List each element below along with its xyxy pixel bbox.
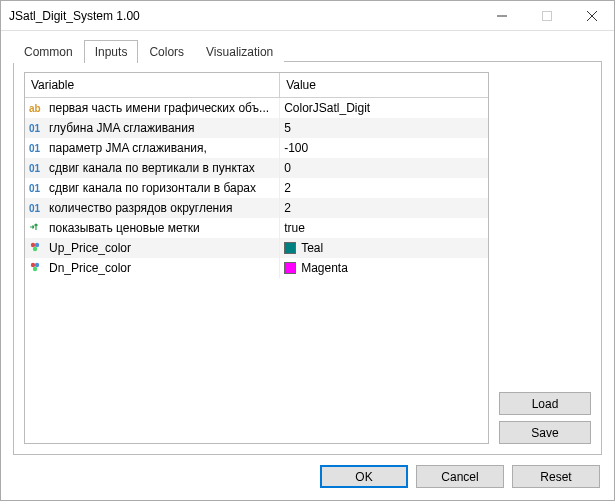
titlebar-buttons [479,1,614,30]
value-cell[interactable]: 2 [280,178,488,198]
ok-button[interactable]: OK [320,465,408,488]
variable-name: сдвиг канала по горизонтали в барах [49,181,256,195]
table-row[interactable]: 01сдвиг канала по горизонтали в барах2 [25,178,488,198]
svg-point-9 [33,267,37,271]
col-header-value[interactable]: Value [280,73,488,98]
variable-cell: abпервая часть имени графических объ... [25,98,280,119]
type-string-icon: ab [29,103,45,114]
type-color-icon [29,261,45,275]
table-row[interactable]: 01глубина JMA сглаживания5 [25,118,488,138]
value-text: 2 [284,181,291,195]
variable-cell: 01сдвиг канала по горизонтали в барах [25,178,280,198]
color-swatch-icon [284,262,296,274]
tab-visualization[interactable]: Visualization [195,40,284,63]
variable-name: сдвиг канала по вертикали в пунктах [49,161,255,175]
value-cell[interactable]: -100 [280,138,488,158]
load-button[interactable]: Load [499,392,591,415]
table-row[interactable]: Up_Price_colorTeal [25,238,488,258]
value-cell[interactable]: Teal [280,238,488,258]
value-text: 0 [284,161,291,175]
color-swatch-icon [284,242,296,254]
value-text: Magenta [301,261,348,275]
tab-underline [284,61,602,62]
tab-colors[interactable]: Colors [138,40,195,63]
col-header-variable[interactable]: Variable [25,73,280,98]
variable-cell: 01сдвиг канала по вертикали в пунктах [25,158,280,178]
tab-common[interactable]: Common [13,40,84,63]
maximize-button[interactable] [524,1,569,30]
value-text: Teal [301,241,323,255]
value-text: -100 [284,141,308,155]
variable-name: глубина JMA сглаживания [49,121,194,135]
value-text: true [284,221,305,235]
table-row[interactable]: 01сдвиг канала по вертикали в пунктах0 [25,158,488,178]
value-cell[interactable]: 0 [280,158,488,178]
titlebar: JSatl_Digit_System 1.00 [1,1,614,31]
variable-name: показывать ценовые метки [49,221,200,235]
value-text: ColorJSatl_Digit [284,101,370,115]
tab-strip: Common Inputs Colors Visualization [13,39,602,62]
table-row[interactable]: abпервая часть имени графических объ...C… [25,98,488,119]
save-button[interactable]: Save [499,421,591,444]
reset-button[interactable]: Reset [512,465,600,488]
window-title: JSatl_Digit_System 1.00 [9,9,479,23]
variable-name: количество разрядов округления [49,201,232,215]
table-row[interactable]: 01параметр JMA сглаживания,-100 [25,138,488,158]
type-int-icon: 01 [29,183,45,194]
svg-point-5 [35,243,39,247]
value-cell[interactable]: 2 [280,198,488,218]
svg-point-8 [35,263,39,267]
variable-cell: 01параметр JMA сглаживания, [25,138,280,158]
value-text: 5 [284,121,291,135]
inputs-table-wrap: Variable Value abпервая часть имени граф… [24,72,489,444]
variable-name: Up_Price_color [49,241,131,255]
minimize-button[interactable] [479,1,524,30]
svg-point-7 [31,263,35,267]
inputs-panel: Variable Value abпервая часть имени граф… [13,62,602,455]
variable-name: первая часть имени графических объ... [49,101,269,115]
dialog-window: JSatl_Digit_System 1.00 Common Inputs Co… [0,0,615,501]
type-bool-icon [29,221,45,235]
variable-cell: Up_Price_color [25,238,280,258]
value-text: 2 [284,201,291,215]
type-int-icon: 01 [29,203,45,214]
close-button[interactable] [569,1,614,30]
variable-cell: Dn_Price_color [25,258,280,278]
value-cell[interactable]: true [280,218,488,238]
type-color-icon [29,241,45,255]
type-int-icon: 01 [29,163,45,174]
variable-cell: 01глубина JMA сглаживания [25,118,280,138]
inputs-table: Variable Value abпервая часть имени граф… [25,73,488,278]
variable-name: параметр JMA сглаживания, [49,141,207,155]
variable-cell: показывать ценовые метки [25,218,280,238]
value-cell[interactable]: 5 [280,118,488,138]
side-buttons: Load Save [499,72,591,444]
bottom-buttons: OK Cancel Reset [13,455,602,490]
table-row[interactable]: 01количество разрядов округления2 [25,198,488,218]
svg-rect-1 [542,11,551,20]
value-cell[interactable]: ColorJSatl_Digit [280,98,488,119]
type-int-icon: 01 [29,143,45,154]
cancel-button[interactable]: Cancel [416,465,504,488]
type-int-icon: 01 [29,123,45,134]
content-area: Common Inputs Colors Visualization Varia… [1,31,614,500]
table-row[interactable]: показывать ценовые меткиtrue [25,218,488,238]
tab-inputs[interactable]: Inputs [84,40,139,63]
svg-point-6 [33,247,37,251]
svg-point-4 [31,243,35,247]
variable-cell: 01количество разрядов округления [25,198,280,218]
value-cell[interactable]: Magenta [280,258,488,278]
table-row[interactable]: Dn_Price_colorMagenta [25,258,488,278]
variable-name: Dn_Price_color [49,261,131,275]
